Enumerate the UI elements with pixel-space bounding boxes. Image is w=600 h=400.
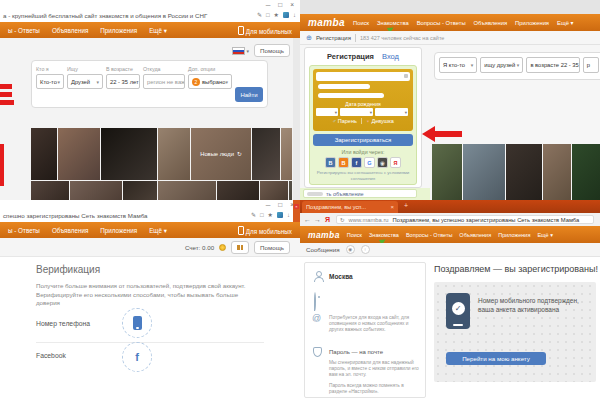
frame-icon[interactable] (260, 212, 264, 218)
name-input[interactable] (316, 72, 410, 81)
profile-photo[interactable] (260, 181, 288, 200)
mamba-logo[interactable]: mamba (308, 230, 340, 240)
profile-photo[interactable] (463, 144, 505, 200)
nav-item-more[interactable]: Ещё ▾ (557, 20, 573, 26)
go-to-profile-button[interactable]: Перейти на мою анкету (446, 352, 546, 365)
nav-item-qa[interactable]: Вопросы - Ответы (406, 232, 452, 238)
nav-item-answers[interactable]: ы - Ответы (8, 227, 40, 234)
nav-item-ads[interactable]: Объявления (52, 27, 88, 34)
who-select[interactable]: Кто-то (36, 74, 64, 89)
close-icon[interactable] (294, 204, 299, 209)
nav-item-more[interactable]: Ещё ▾ (537, 232, 553, 238)
verify-facebook-button[interactable] (122, 342, 152, 372)
close-icon[interactable] (290, 2, 294, 9)
extension-icon[interactable] (277, 212, 283, 218)
profile-photo[interactable] (123, 181, 157, 200)
visitors-button[interactable] (346, 245, 355, 254)
edit-icon[interactable] (251, 211, 256, 218)
raise-profile-button[interactable] (361, 245, 370, 254)
profile-photo[interactable] (217, 181, 259, 200)
instagram-icon[interactable]: ◉ (377, 157, 388, 168)
refresh-icon[interactable] (237, 151, 242, 157)
profile-photo[interactable] (101, 128, 157, 180)
messages-link[interactable]: Сообщения (306, 246, 340, 253)
profile-photo[interactable] (31, 128, 57, 180)
profile-photo[interactable] (70, 181, 122, 200)
nav-item-ads[interactable]: Объявления (459, 232, 491, 238)
bookmark-icon[interactable] (268, 211, 273, 218)
nav-item-apps[interactable]: Приложения (515, 20, 549, 26)
year-select[interactable] (375, 108, 408, 116)
scrollbar[interactable] (293, 38, 300, 200)
mobile-link[interactable]: Для мобильных (238, 26, 292, 35)
new-tab-icon[interactable] (404, 202, 408, 209)
browser-tab[interactable]: Поздравляем, вы усп... (302, 201, 398, 213)
download-icon[interactable] (287, 212, 290, 218)
month-select[interactable] (340, 108, 373, 116)
nav-item-apps[interactable]: Приложения (498, 232, 530, 238)
google-icon[interactable]: G (364, 157, 375, 168)
post-ad-link[interactable]: ть объявление (303, 189, 417, 198)
vk-icon[interactable]: В (325, 157, 336, 168)
mamba-logo[interactable]: mamba (308, 17, 345, 28)
profile-photo[interactable] (252, 128, 280, 180)
minimize-icon[interactable] (266, 2, 271, 9)
day-select[interactable] (316, 108, 338, 116)
age-field[interactable]: 22 - 35 лет (106, 74, 140, 89)
maximize-icon[interactable] (278, 2, 282, 9)
forward-icon[interactable] (314, 216, 321, 223)
age-field[interactable]: в возрасте 22 - 35 лет (526, 57, 579, 73)
minimize-icon[interactable] (266, 202, 271, 209)
nav-item-ads[interactable]: Объявления (52, 227, 88, 234)
profile-photo[interactable] (158, 128, 190, 180)
frame-icon[interactable] (266, 12, 270, 18)
nav-item-ads[interactable]: Объявления (474, 20, 508, 26)
maximize-icon[interactable] (278, 202, 282, 209)
bookmark-icon[interactable] (274, 11, 279, 18)
yandex-icon[interactable]: Я (390, 157, 401, 168)
profile-photo[interactable] (506, 144, 542, 200)
profile-photo[interactable] (572, 144, 600, 200)
register-button[interactable]: Зарегистрироваться (313, 134, 413, 146)
region-field[interactable]: р (583, 57, 599, 73)
register-link[interactable]: Регистрация (316, 35, 351, 41)
profile-photo[interactable] (31, 181, 69, 200)
odnoklassniki-icon[interactable]: В (338, 157, 349, 168)
gender-female-radio[interactable]: Девушка (366, 118, 394, 124)
profile-photo[interactable] (281, 128, 292, 180)
language-select[interactable] (232, 47, 250, 55)
options-select[interactable]: 2выбрано (188, 74, 232, 89)
edit-icon[interactable] (257, 11, 262, 18)
new-people-tile[interactable]: Новые люди (191, 128, 251, 180)
download-icon[interactable] (293, 12, 296, 18)
nav-item-search[interactable]: Поиск (347, 232, 362, 238)
seek-select[interactable]: ищу друзей (480, 57, 523, 73)
refresh-icon[interactable] (340, 217, 345, 223)
mobile-link[interactable]: Для мобильных (238, 226, 292, 235)
nav-item-search[interactable]: Поиск (353, 20, 369, 26)
profile-photo[interactable] (289, 181, 292, 200)
who-select[interactable]: Я кто-то (439, 57, 477, 73)
nav-item-qa[interactable]: Вопросы - Ответы (417, 20, 466, 26)
nav-item-apps[interactable]: Приложения (100, 227, 137, 234)
region-field[interactable]: регион не важен (143, 74, 185, 89)
extension-icon[interactable] (283, 12, 289, 18)
profile-photo[interactable] (58, 128, 100, 180)
tab-register[interactable]: Регистрация (327, 52, 374, 61)
search-button[interactable]: Найти (235, 87, 263, 102)
back-icon[interactable] (304, 216, 311, 223)
nav-item-more[interactable]: Ещё ▾ (149, 27, 167, 34)
url-field[interactable]: www.mamba.ru Поздравляем, вы успешно зар… (336, 215, 594, 224)
nav-item-answers[interactable]: ы - Ответы (8, 27, 40, 34)
profile-photo[interactable] (432, 144, 462, 200)
gifts-button[interactable] (231, 241, 249, 254)
tab-login[interactable]: Вход (382, 52, 399, 61)
help-button[interactable]: Помощь (254, 44, 290, 57)
help-button[interactable]: Помощь (254, 241, 290, 254)
gender-male-radio[interactable]: Парень (332, 118, 357, 124)
seek-select[interactable]: Друзей (67, 74, 103, 89)
yandex-icon[interactable] (325, 216, 330, 223)
profile-photo[interactable] (158, 181, 216, 200)
nav-item-dating[interactable]: Знакомства (377, 20, 409, 26)
nav-item-apps[interactable]: Приложения (100, 27, 137, 34)
